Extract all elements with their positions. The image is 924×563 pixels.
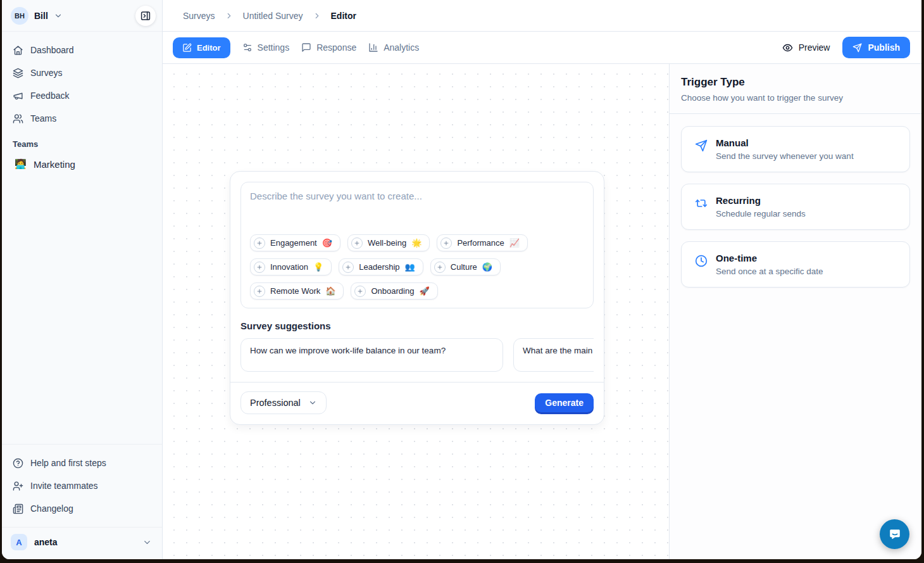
plus-icon	[254, 237, 265, 249]
bar-chart-icon	[368, 42, 378, 53]
option-title: One-time	[716, 253, 823, 263]
plus-icon	[440, 237, 452, 249]
trigger-type-panel: Trigger Type Choose how you want to trig…	[669, 64, 921, 559]
chip-label: Onboarding	[371, 286, 414, 296]
trigger-option-one-time[interactable]: One-time Send once at a specific date	[681, 241, 910, 288]
chip-label: Well-being	[368, 238, 406, 248]
content-row: Engagement 🎯 Well-being 🌟	[163, 64, 921, 559]
tab-settings[interactable]: Settings	[242, 42, 290, 53]
sidebar-item-help[interactable]: Help and first steps	[7, 452, 157, 474]
tone-select[interactable]: Professional	[240, 391, 327, 414]
plus-icon	[351, 237, 363, 249]
sidebar-item-invite[interactable]: Invite teammates	[7, 475, 157, 497]
collapse-sidebar-button[interactable]	[135, 6, 156, 26]
sidebar-item-surveys[interactable]: Surveys	[7, 62, 157, 84]
chat-bubble-icon	[888, 528, 902, 541]
option-description: Send the survey whenever you want	[716, 151, 854, 161]
option-title: Recurring	[716, 195, 806, 206]
clock-icon	[695, 255, 708, 276]
chip-emoji: 🌟	[411, 238, 421, 248]
workspace-name: Bill	[34, 11, 48, 21]
chevron-right-icon	[225, 11, 234, 20]
sidebar-item-dashboard[interactable]: Dashboard	[7, 39, 157, 61]
chevron-down-icon	[142, 538, 152, 547]
plus-icon	[354, 286, 366, 297]
chip-culture[interactable]: Culture 🌍	[430, 258, 501, 275]
trigger-option-recurring[interactable]: Recurring Schedule regular sends	[681, 184, 910, 230]
preview-button[interactable]: Preview	[782, 42, 830, 53]
trigger-panel-subtitle: Choose how you want to trigger the surve…	[681, 93, 910, 103]
sliders-icon	[242, 42, 253, 53]
composer-footer: Professional Generate	[230, 382, 604, 424]
tab-label: Editor	[197, 43, 221, 53]
plus-icon	[342, 262, 354, 273]
chip-emoji: 🚀	[419, 286, 429, 296]
repeat-icon	[695, 197, 708, 218]
tab-label: Response	[316, 42, 356, 53]
breadcrumb-untitled-survey[interactable]: Untitled Survey	[243, 11, 303, 21]
chip-remote-work[interactable]: Remote Work 🏠	[250, 282, 344, 300]
toolbar-actions: Preview Publish	[782, 37, 910, 58]
breadcrumb: Surveys Untitled Survey Editor	[163, 0, 921, 32]
sidebar-item-label: Changelog	[30, 503, 73, 514]
chip-onboarding[interactable]: Onboarding 🚀	[351, 282, 437, 300]
breadcrumb-editor: Editor	[331, 11, 356, 21]
editor-toolbar: Editor Settings Response Analytics	[163, 32, 921, 64]
tab-label: Settings	[258, 42, 290, 53]
chip-label: Remote Work	[270, 286, 320, 296]
sidebar-team-marketing[interactable]: 🧑‍💻 Marketing	[7, 153, 157, 175]
survey-description-input[interactable]	[250, 191, 584, 228]
plus-icon	[434, 262, 446, 273]
sidebar: BH Bill Dashboard Surv	[2, 0, 163, 559]
eye-icon	[782, 42, 793, 53]
chip-innovation[interactable]: Innovation 💡	[250, 258, 332, 275]
chip-label: Performance	[457, 238, 504, 248]
teams-section-label: Teams	[2, 129, 162, 153]
sidebar-spacer	[2, 175, 162, 444]
suggestion-card[interactable]: How can we improve work-life balance in …	[240, 338, 503, 372]
chip-emoji: 💡	[313, 262, 323, 272]
suggestion-card[interactable]: What are the main ob	[513, 338, 594, 372]
square-pen-icon	[182, 43, 192, 53]
chevron-right-icon	[313, 11, 322, 20]
sidebar-item-feedback[interactable]: Feedback	[7, 85, 157, 106]
chat-launcher-button[interactable]	[880, 519, 909, 549]
chip-label: Innovation	[270, 262, 308, 272]
sidebar-item-label: Feedback	[30, 91, 69, 101]
sidebar-item-label: Dashboard	[30, 45, 74, 55]
option-description: Send once at a specific date	[716, 267, 823, 276]
sidebar-item-changelog[interactable]: Changelog	[7, 498, 157, 519]
workspace-switcher[interactable]: BH Bill	[2, 0, 162, 32]
chip-performance[interactable]: Performance 📈	[437, 234, 528, 251]
topic-chips: Engagement 🎯 Well-being 🌟	[250, 228, 584, 300]
preview-label: Preview	[799, 42, 830, 53]
generate-button[interactable]: Generate	[535, 393, 594, 412]
layers-icon	[13, 68, 23, 79]
sidebar-footer-nav: Help and first steps Invite teammates Ch…	[2, 444, 162, 527]
chip-label: Leadership	[359, 262, 399, 272]
megaphone-icon	[13, 91, 23, 101]
editor-canvas[interactable]: Engagement 🎯 Well-being 🌟	[163, 64, 669, 559]
main-area: Surveys Untitled Survey Editor Editor	[163, 0, 921, 559]
sidebar-item-teams[interactable]: Teams	[7, 108, 157, 129]
option-description: Schedule regular sends	[716, 209, 806, 218]
tab-analytics[interactable]: Analytics	[368, 42, 419, 53]
chip-engagement[interactable]: Engagement 🎯	[250, 234, 340, 251]
chip-leadership[interactable]: Leadership 👥	[339, 258, 423, 275]
sidebar-item-label: Invite teammates	[30, 481, 98, 491]
breadcrumb-surveys[interactable]: Surveys	[183, 11, 215, 21]
publish-button[interactable]: Publish	[842, 37, 910, 58]
technologist-emoji-icon: 🧑‍💻	[15, 158, 26, 170]
suggestions-title: Survey suggestions	[240, 320, 594, 331]
tab-editor[interactable]: Editor	[173, 37, 230, 58]
chip-label: Engagement	[270, 238, 317, 248]
account-menu[interactable]: A aneta	[2, 527, 162, 559]
send-icon	[852, 43, 862, 53]
chip-well-being[interactable]: Well-being 🌟	[347, 234, 430, 251]
chip-label: Culture	[451, 262, 477, 272]
home-icon	[13, 45, 23, 56]
users-icon	[13, 113, 23, 124]
tab-response[interactable]: Response	[301, 42, 356, 53]
trigger-option-manual[interactable]: Manual Send the survey whenever you want	[681, 126, 910, 172]
plus-icon	[254, 286, 265, 297]
